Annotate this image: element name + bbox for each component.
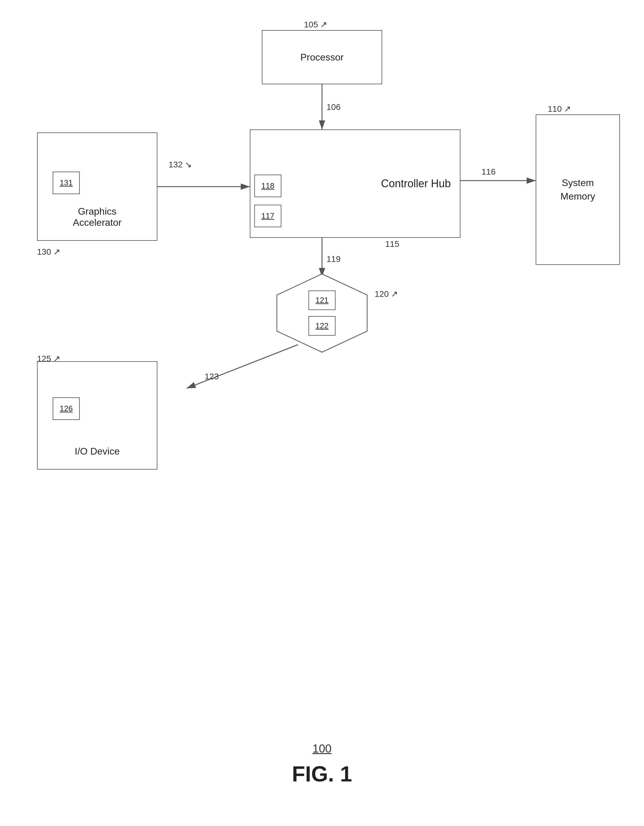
ref-116: 116 xyxy=(481,167,496,177)
port-131-box: 131 xyxy=(53,172,80,194)
io-device-ref: 125 ↗ xyxy=(37,354,61,363)
port-126-box: 126 xyxy=(53,397,80,420)
switch-ref: 120 ↗ xyxy=(375,289,398,299)
port-117-box: 117 xyxy=(254,205,281,227)
controller-hub-box: Controller Hub xyxy=(250,129,461,238)
controller-hub-label: Controller Hub xyxy=(381,177,451,190)
controller-hub-ref: 115 xyxy=(385,239,399,249)
port-117-label: 117 xyxy=(261,211,274,220)
figure-number: FIG. 1 xyxy=(253,762,391,786)
processor-box: Processor xyxy=(262,30,382,84)
io-device-label: I/O Device xyxy=(74,446,119,457)
port-121-box: 121 xyxy=(309,290,335,310)
port-122-box: 122 xyxy=(309,316,335,335)
ref-123: 123 xyxy=(205,372,219,381)
ref-106: 106 xyxy=(326,102,341,112)
port-122-label: 122 xyxy=(315,321,328,331)
port-118-label: 118 xyxy=(261,181,274,191)
processor-ref: 105 ↗ xyxy=(304,20,327,30)
figure-number-text: FIG. 1 xyxy=(292,762,352,786)
system-memory-ref: 110 ↗ xyxy=(548,104,571,114)
ref-132: 132 ↘ xyxy=(169,160,192,169)
port-126-label: 126 xyxy=(60,404,73,413)
port-131-label: 131 xyxy=(60,178,73,188)
graphics-accelerator-ref: 130 ↗ xyxy=(37,247,61,257)
system-memory-box: System Memory xyxy=(536,114,620,265)
diagram: Processor 105 ↗ Controller Hub 118 117 1… xyxy=(0,0,644,826)
processor-label: Processor xyxy=(300,52,344,63)
figure-ref-text: 100 xyxy=(312,742,331,755)
port-121-label: 121 xyxy=(315,296,328,305)
switch-hexagon: 121 122 xyxy=(274,271,370,355)
graphics-accelerator-label: GraphicsAccelerator xyxy=(73,206,122,228)
system-memory-label: System Memory xyxy=(560,176,595,203)
ref-119: 119 xyxy=(326,255,341,264)
port-118-box: 118 xyxy=(254,175,281,197)
figure-ref-label: 100 xyxy=(292,741,352,756)
